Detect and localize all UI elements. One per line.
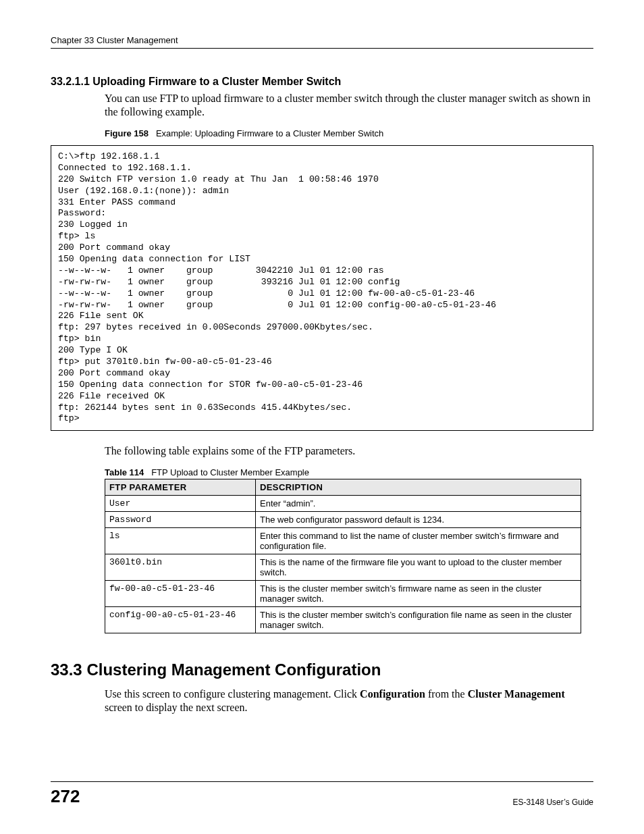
body-text: Use this screen to configure clustering … (105, 688, 360, 700)
table-caption: Table 114 FTP Upload to Cluster Member E… (105, 467, 593, 477)
table-row: ls Enter this command to list the name o… (105, 528, 581, 554)
intro-paragraph: You can use FTP to upload firmware to a … (51, 92, 593, 119)
figure-caption: Figure 158 Example: Uploading Firmware t… (105, 128, 593, 138)
table-row: fw-00-a0-c5-01-23-46 This is the cluster… (105, 581, 581, 607)
param-cell: Password (105, 512, 256, 528)
running-header: Chapter 33 Cluster Management (51, 35, 593, 49)
table-title: FTP Upload to Cluster Member Example (151, 467, 309, 477)
section-heading-33-3: 33.3 Clustering Management Configuration (51, 660, 593, 679)
table-row: config-00-a0-c5-01-23-46 This is the clu… (105, 607, 581, 633)
desc-cell: Enter this command to list the name of c… (256, 528, 581, 554)
table-label: Table 114 (105, 467, 144, 477)
document-page: Chapter 33 Cluster Management 33.2.1.1 U… (0, 0, 644, 834)
desc-cell: This is the cluster member switch’s conf… (256, 607, 581, 633)
ftp-parameter-table: FTP PARAMETER DESCRIPTION User Enter “ad… (105, 479, 581, 633)
table-header-param: FTP PARAMETER (105, 479, 256, 496)
body-text: screen to display the next screen. (105, 702, 247, 713)
param-cell: fw-00-a0-c5-01-23-46 (105, 581, 256, 607)
after-code-paragraph: The following table explains some of the… (51, 444, 593, 458)
desc-cell: This is the cluster member switch’s firm… (256, 581, 581, 607)
table-row: Password The web configurator password d… (105, 512, 581, 528)
param-cell: User (105, 496, 256, 512)
table-header-row: FTP PARAMETER DESCRIPTION (105, 479, 581, 496)
desc-cell: The web configurator password default is… (256, 512, 581, 528)
figure-title: Example: Uploading Firmware to a Cluster… (156, 128, 383, 138)
table-header-desc: DESCRIPTION (256, 479, 581, 496)
h2-paragraph: Use this screen to configure clustering … (51, 687, 593, 714)
table-row: 360lt0.bin This is the name of the firmw… (105, 554, 581, 581)
param-cell: ls (105, 528, 256, 554)
desc-cell: This is the name of the firmware file yo… (256, 554, 581, 581)
code-block: C:\>ftp 192.168.1.1 Connected to 192.168… (51, 145, 593, 431)
bold-cluster-management: Cluster Management (468, 688, 565, 700)
bold-configuration: Configuration (360, 688, 425, 700)
param-cell: config-00-a0-c5-01-23-46 (105, 607, 256, 633)
param-cell: 360lt0.bin (105, 554, 256, 581)
section-heading-33-2-1-1: 33.2.1.1 Uploading Firmware to a Cluster… (51, 76, 593, 88)
body-text: from the (425, 688, 468, 700)
figure-label: Figure 158 (105, 128, 149, 138)
page-footer: 272 ES-3148 User’s Guide (51, 781, 593, 807)
page-number: 272 (51, 786, 80, 807)
guide-name: ES-3148 User’s Guide (512, 798, 593, 807)
desc-cell: Enter “admin”. (256, 496, 581, 512)
table-row: User Enter “admin”. (105, 496, 581, 512)
